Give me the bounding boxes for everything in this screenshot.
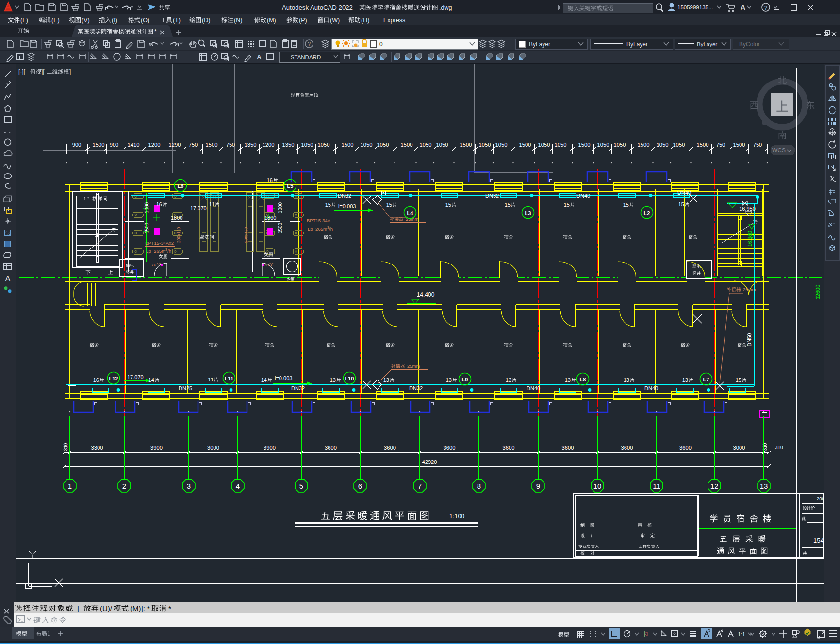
- svg-text:Express: Express: [383, 17, 405, 24]
- svg-text:L4: L4: [407, 210, 414, 216]
- svg-text:L3: L3: [525, 210, 531, 216]
- svg-text:1500: 1500: [638, 142, 650, 148]
- svg-text:13: 13: [682, 377, 688, 383]
- svg-text:310: 310: [63, 443, 68, 451]
- svg-text:BPT15-34Ax2: BPT15-34Ax2: [145, 240, 174, 246]
- svg-text:?: ?: [764, 5, 767, 11]
- svg-text:*: *: [168, 604, 171, 612]
- svg-text:1050: 1050: [479, 142, 491, 148]
- svg-text:11: 11: [209, 201, 214, 207]
- svg-text:0: 0: [379, 41, 383, 48]
- svg-text:][: ][: [41, 68, 45, 75]
- svg-text:L10: L10: [345, 376, 354, 381]
- svg-text:1500: 1500: [733, 142, 745, 148]
- svg-text:DN40: DN40: [576, 193, 590, 198]
- svg-text:Lp=265m: Lp=265m: [308, 226, 327, 231]
- svg-text:154: 154: [813, 537, 824, 544]
- svg-text:(M): (M): [267, 17, 276, 24]
- svg-text:A: A: [5, 274, 10, 282]
- svg-text:1050: 1050: [555, 142, 567, 148]
- svg-text:3600: 3600: [325, 445, 337, 451]
- svg-text:3300: 3300: [91, 445, 103, 451]
- svg-text:42920: 42920: [422, 459, 437, 465]
- svg-text:DN32: DN32: [485, 193, 499, 198]
- svg-text:16: 16: [267, 177, 273, 183]
- svg-text:1050: 1050: [597, 142, 609, 148]
- svg-text:900: 900: [110, 142, 119, 148]
- svg-text:DN40: DN40: [677, 190, 691, 196]
- svg-text:1050: 1050: [318, 142, 330, 148]
- svg-text:ByLayer: ByLayer: [529, 41, 550, 48]
- svg-text:1050: 1050: [673, 142, 685, 148]
- svg-text:1000: 1000: [144, 202, 149, 213]
- svg-text:/h: /h: [167, 248, 171, 254]
- svg-text:6: 6: [358, 482, 362, 490]
- svg-text:70: 70: [264, 263, 269, 267]
- svg-text:DN25: DN25: [179, 385, 192, 391]
- svg-text:11: 11: [653, 482, 660, 490]
- svg-text:11: 11: [208, 377, 214, 382]
- svg-text:L5: L5: [287, 183, 294, 189]
- svg-text:(P): (P): [299, 17, 307, 24]
- svg-text:(O): (O): [141, 17, 149, 24]
- svg-text:1050: 1050: [436, 142, 448, 148]
- svg-text:1350: 1350: [282, 142, 295, 148]
- svg-text:15: 15: [678, 201, 684, 207]
- svg-text:1800: 1800: [171, 215, 182, 221]
- svg-text:L11: L11: [225, 376, 233, 381]
- svg-text:1500: 1500: [278, 222, 283, 233]
- svg-text:13: 13: [446, 377, 452, 383]
- svg-text:12600: 12600: [815, 285, 821, 300]
- svg-text:(U)/: (U)/: [100, 604, 113, 612]
- svg-text:1200: 1200: [263, 142, 275, 148]
- svg-text:1500: 1500: [93, 142, 105, 148]
- svg-text:?: ?: [308, 41, 311, 47]
- svg-text:2: 2: [122, 482, 126, 490]
- svg-text:3: 3: [187, 482, 191, 490]
- svg-text:Autodesk AutoCAD 2022: Autodesk AutoCAD 2022: [282, 4, 353, 11]
- svg-text:14: 14: [261, 377, 267, 383]
- svg-text:3900: 3900: [264, 445, 276, 451]
- svg-text:i=0.003: i=0.003: [275, 375, 292, 381]
- svg-text:13: 13: [506, 377, 511, 383]
- svg-text:DN40: DN40: [527, 385, 540, 391]
- svg-text:(M)]: *: (M)]: *: [130, 604, 150, 612]
- svg-text:3000: 3000: [733, 445, 745, 451]
- svg-text:(N): (N): [234, 17, 242, 24]
- svg-text:25mm: 25mm: [743, 287, 756, 292]
- svg-text:A: A: [741, 3, 745, 11]
- svg-text:L9: L9: [462, 377, 468, 382]
- svg-text:(E): (E): [51, 17, 60, 24]
- svg-text:(V): (V): [82, 17, 90, 24]
- svg-text:ByColor: ByColor: [739, 41, 760, 48]
- svg-text:4: 4: [236, 482, 240, 490]
- svg-text:9: 9: [536, 482, 540, 490]
- svg-text:16: 16: [93, 377, 99, 383]
- svg-text:/h: /h: [329, 226, 333, 231]
- svg-text:1500: 1500: [578, 142, 591, 148]
- svg-text:1050: 1050: [538, 142, 550, 148]
- svg-text:3900: 3900: [150, 445, 163, 451]
- svg-text:200: 200: [817, 496, 824, 501]
- svg-text:1500: 1500: [144, 222, 149, 233]
- svg-text:A: A: [257, 53, 262, 61]
- svg-text:1500: 1500: [697, 142, 709, 148]
- svg-text:1050: 1050: [657, 142, 669, 148]
- svg-text:13: 13: [383, 377, 389, 383]
- svg-text:15: 15: [386, 202, 392, 208]
- svg-text:13: 13: [565, 377, 571, 383]
- svg-text:13: 13: [760, 482, 768, 490]
- svg-text:[: [: [75, 604, 80, 612]
- svg-text:+: +: [198, 38, 201, 43]
- svg-text:3600: 3600: [562, 445, 574, 451]
- svg-text:(I): (I): [112, 17, 117, 24]
- svg-text:1350: 1350: [245, 142, 257, 148]
- svg-text:1500: 1500: [206, 142, 218, 148]
- svg-text:15: 15: [505, 202, 511, 208]
- svg-text:13: 13: [624, 377, 629, 383]
- svg-text:3000: 3000: [207, 445, 219, 451]
- svg-text:[-][: [-][: [18, 68, 26, 75]
- svg-text:25mm: 25mm: [406, 216, 418, 222]
- svg-text:10: 10: [593, 482, 602, 490]
- svg-text:16: 16: [156, 201, 162, 207]
